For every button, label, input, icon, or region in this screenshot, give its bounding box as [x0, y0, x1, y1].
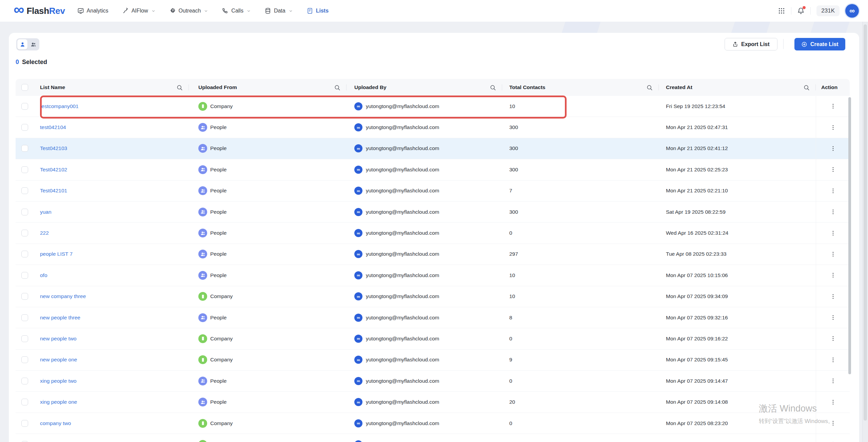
search-icon[interactable]	[334, 84, 340, 91]
row-actions-button[interactable]	[828, 397, 838, 407]
list-name-link[interactable]: new people three	[40, 315, 80, 321]
uploader-avatar-icon: ∞	[354, 419, 362, 427]
row-checkbox[interactable]	[21, 293, 28, 300]
row-actions-button[interactable]	[828, 101, 838, 111]
list-name-link[interactable]: test042104	[40, 124, 66, 130]
row-checkbox[interactable]	[21, 124, 28, 131]
uploader-avatar-icon: ∞	[354, 314, 362, 322]
row-actions-button[interactable]	[828, 228, 838, 238]
row-actions-button[interactable]	[828, 207, 838, 217]
nav-item-calls[interactable]: Calls	[222, 7, 251, 14]
uploaded-from-label: People	[210, 209, 226, 215]
row-checkbox[interactable]	[21, 314, 28, 321]
search-icon[interactable]	[646, 84, 653, 91]
create-list-button[interactable]: Create List	[794, 38, 845, 50]
row-actions-button[interactable]	[828, 313, 838, 323]
nav-item-outreach[interactable]: Outreach	[169, 7, 209, 14]
people-view-toggle[interactable]	[17, 39, 27, 49]
row-actions-button[interactable]	[828, 122, 838, 132]
list-name-link[interactable]: new people one	[40, 357, 77, 363]
list-name-link[interactable]: people LIST 7	[40, 251, 73, 257]
building-icon	[198, 334, 207, 343]
uploader-avatar-icon: ∞	[354, 335, 362, 343]
row-actions-button[interactable]	[828, 249, 838, 259]
list-name-link[interactable]: Test042103	[40, 145, 67, 151]
row-actions-button[interactable]	[828, 186, 838, 196]
plus-circle-icon	[801, 41, 807, 47]
row-checkbox[interactable]	[21, 145, 28, 152]
table-scrollbar-thumb[interactable]	[848, 97, 851, 374]
uploader-avatar-icon: ∞	[354, 292, 362, 300]
table-row: 222People∞yutongtong@myflashcloud.com0We…	[16, 223, 850, 244]
nav-item-lists[interactable]: Lists	[307, 7, 329, 14]
uploader-avatar-icon: ∞	[354, 166, 362, 174]
table-row: yuanPeople∞yutongtong@myflashcloud.com30…	[16, 202, 850, 223]
row-checkbox[interactable]	[21, 399, 28, 405]
row-actions-button[interactable]	[828, 143, 838, 153]
lists-icon	[307, 7, 313, 14]
row-checkbox[interactable]	[21, 103, 28, 110]
navbar-right-cluster: 231K ∞	[778, 0, 859, 22]
row-checkbox[interactable]	[21, 230, 28, 236]
list-name-link[interactable]: new company three	[40, 293, 86, 299]
row-checkbox[interactable]	[21, 187, 28, 194]
bell-icon[interactable]	[797, 7, 805, 15]
divider	[791, 7, 791, 15]
row-checkbox[interactable]	[21, 166, 28, 173]
row-checkbox[interactable]	[21, 420, 28, 427]
row-checkbox[interactable]	[21, 335, 28, 342]
nav-item-aiflow[interactable]: AIFlow	[122, 7, 156, 14]
flashrev-logo[interactable]: ∞ FlashRev	[14, 4, 65, 18]
uploader-email: yutongtong@myflashcloud.com	[366, 188, 439, 194]
company-view-toggle[interactable]	[28, 39, 38, 49]
row-actions-button[interactable]	[828, 355, 838, 365]
people-icon	[198, 250, 207, 258]
user-avatar[interactable]: ∞	[845, 4, 859, 18]
select-all-checkbox[interactable]	[21, 84, 28, 91]
row-checkbox[interactable]	[21, 251, 28, 257]
row-checkbox[interactable]	[21, 209, 28, 215]
row-checkbox[interactable]	[21, 272, 28, 279]
row-actions-button[interactable]	[828, 376, 838, 386]
brand-name: FlashRev	[26, 6, 65, 16]
list-name-link[interactable]: yuan	[40, 209, 52, 215]
uploader-avatar-icon: ∞	[354, 250, 362, 258]
uploaded-from-label: People	[210, 167, 226, 173]
page-scrollbar-thumb[interactable]	[864, 24, 867, 421]
list-name-link[interactable]: company two	[40, 420, 71, 426]
row-actions-button[interactable]	[828, 334, 838, 344]
list-name-link[interactable]: ofo	[40, 272, 47, 278]
main-nav-menu: AnalyticsAIFlowOutreachCallsDataLists	[77, 7, 329, 14]
nav-item-analytics[interactable]: Analytics	[77, 7, 108, 14]
uploader-avatar-icon: ∞	[354, 123, 362, 131]
row-checkbox[interactable]	[21, 356, 28, 363]
table-row: xing people twoPeople∞yutongtong@myflash…	[16, 371, 850, 392]
search-icon[interactable]	[490, 84, 496, 91]
credits-badge[interactable]: 231K	[816, 5, 840, 16]
list-name-link[interactable]: Test042102	[40, 167, 67, 173]
table-row: test042104People∞yutongtong@myflashcloud…	[16, 117, 850, 138]
list-name-link[interactable]: xing people two	[40, 378, 77, 384]
nav-item-label: Lists	[316, 8, 329, 14]
row-actions-button[interactable]	[828, 270, 838, 280]
page-scrollbar[interactable]	[862, 22, 868, 442]
list-name-link[interactable]: xing people one	[40, 399, 77, 405]
row-actions-button[interactable]	[828, 165, 838, 175]
list-name-link[interactable]: Test042101	[40, 188, 67, 194]
row-actions-button[interactable]	[828, 418, 838, 428]
row-actions-button[interactable]	[828, 439, 838, 442]
list-name-link[interactable]: new people two	[40, 336, 77, 342]
row-checkbox[interactable]	[21, 378, 28, 384]
nav-item-data[interactable]: Data	[264, 7, 293, 14]
uploaded-from-label: People	[210, 188, 226, 194]
row-actions-button[interactable]	[828, 291, 838, 301]
apps-grid-icon[interactable]	[778, 7, 785, 15]
list-name-link[interactable]: 222	[40, 230, 49, 236]
uploaded-from-label: People	[210, 399, 226, 405]
search-icon[interactable]	[803, 84, 810, 91]
search-icon[interactable]	[176, 84, 183, 91]
total-contacts-value: 0	[509, 378, 512, 384]
export-list-button[interactable]: Export List	[725, 38, 777, 50]
list-name-link[interactable]: testcompany001	[40, 103, 79, 109]
uploader-avatar-icon: ∞	[354, 377, 362, 385]
